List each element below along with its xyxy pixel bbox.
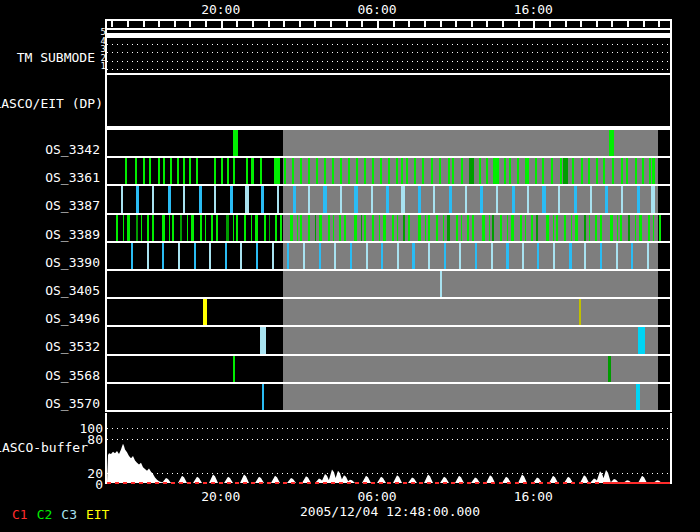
minor-tick bbox=[455, 21, 457, 27]
obs-marker bbox=[189, 158, 191, 184]
minor-tick bbox=[236, 21, 238, 27]
obs-marker bbox=[536, 215, 538, 241]
obs-marker bbox=[572, 158, 574, 184]
obs-marker bbox=[236, 215, 238, 241]
obs-marker bbox=[465, 186, 467, 212]
obs-marker bbox=[123, 215, 124, 241]
obs-marker bbox=[418, 186, 421, 212]
obs-marker bbox=[517, 158, 519, 184]
obs-marker bbox=[194, 243, 196, 269]
obs-marker bbox=[211, 215, 213, 241]
obs-marker bbox=[251, 158, 254, 184]
obs-marker bbox=[196, 158, 198, 184]
obs-marker bbox=[610, 215, 613, 241]
obs-marker bbox=[603, 158, 605, 184]
obs-marker bbox=[135, 158, 137, 184]
obs-marker bbox=[408, 215, 410, 241]
obs-marker bbox=[512, 186, 515, 212]
obs-marker bbox=[564, 215, 566, 241]
obs-marker bbox=[590, 186, 592, 212]
os-row-OS_3361 bbox=[107, 158, 670, 186]
obs-marker bbox=[504, 158, 506, 184]
obs-marker bbox=[609, 130, 614, 156]
obs-marker bbox=[303, 243, 305, 269]
obs-marker bbox=[525, 158, 529, 184]
row-label: OS_3532 bbox=[45, 339, 100, 354]
obs-marker bbox=[316, 158, 318, 184]
obs-marker bbox=[637, 186, 640, 212]
buffer-gridline bbox=[107, 439, 670, 440]
obs-marker bbox=[233, 215, 234, 241]
obs-marker bbox=[364, 215, 366, 241]
obs-marker bbox=[178, 243, 180, 269]
obs-marker bbox=[276, 158, 280, 184]
legend-item-C2: C2 bbox=[37, 507, 53, 522]
obs-marker bbox=[136, 186, 139, 212]
bottom-time-label: 06:00 bbox=[357, 489, 396, 504]
obs-marker bbox=[209, 243, 211, 269]
obs-marker bbox=[616, 243, 618, 269]
row-label: OS_3361 bbox=[45, 170, 100, 185]
obs-marker bbox=[553, 243, 555, 269]
obs-marker bbox=[506, 243, 509, 269]
obs-marker bbox=[227, 158, 229, 184]
obs-marker bbox=[659, 215, 661, 241]
obs-marker bbox=[354, 186, 358, 212]
obs-marker bbox=[461, 158, 463, 184]
minor-tick bbox=[268, 21, 270, 27]
obs-marker bbox=[574, 186, 577, 212]
obs-marker bbox=[537, 243, 539, 269]
obs-marker bbox=[308, 215, 310, 241]
obs-marker bbox=[147, 215, 149, 241]
top-time-label: 06:00 bbox=[357, 2, 396, 17]
minor-tick bbox=[393, 21, 395, 27]
obs-marker bbox=[403, 215, 405, 241]
obs-marker bbox=[297, 215, 298, 241]
obs-marker bbox=[354, 215, 357, 241]
obs-marker bbox=[486, 158, 488, 184]
obs-marker bbox=[584, 243, 586, 269]
obs-marker bbox=[433, 186, 435, 212]
os-row-OS_3390 bbox=[107, 243, 670, 271]
buffer-baseline-dashed bbox=[107, 482, 607, 484]
minor-tick bbox=[174, 21, 176, 27]
obs-marker bbox=[397, 243, 399, 269]
obs-marker bbox=[553, 215, 554, 241]
obs-marker bbox=[216, 215, 218, 241]
minor-tick bbox=[596, 21, 598, 27]
lasco-eit-dp-panel bbox=[105, 73, 672, 128]
minor-tick bbox=[611, 21, 613, 27]
obs-marker bbox=[428, 243, 430, 269]
obs-marker bbox=[447, 215, 450, 241]
obs-marker bbox=[440, 271, 442, 297]
minor-tick bbox=[502, 21, 504, 27]
os-row-OS_3405 bbox=[107, 271, 670, 299]
minor-tick bbox=[440, 21, 442, 27]
obs-marker bbox=[284, 158, 286, 184]
obs-marker bbox=[199, 186, 202, 212]
obs-marker bbox=[260, 158, 262, 184]
tm-gridline bbox=[107, 44, 670, 45]
tm-level-digit: 1 bbox=[101, 62, 106, 71]
obs-marker bbox=[412, 243, 415, 269]
obs-marker bbox=[546, 215, 549, 241]
obs-marker bbox=[479, 158, 481, 184]
minor-tick bbox=[565, 21, 567, 27]
minor-tick bbox=[127, 21, 129, 27]
obs-marker bbox=[443, 215, 444, 241]
obs-marker bbox=[428, 215, 430, 241]
obs-marker bbox=[116, 215, 118, 241]
obs-marker bbox=[652, 158, 655, 184]
obs-marker bbox=[563, 158, 568, 184]
obs-marker bbox=[261, 186, 264, 212]
buffer-ytick: 0 bbox=[95, 477, 103, 492]
os-row-OS_3532 bbox=[107, 327, 670, 355]
obs-marker bbox=[396, 158, 398, 184]
obs-marker bbox=[163, 158, 165, 184]
obs-marker bbox=[214, 186, 216, 212]
obs-marker bbox=[131, 243, 133, 269]
tm-submode-label: TM SUBMODE bbox=[17, 50, 95, 65]
obs-marker bbox=[635, 215, 636, 241]
obs-marker bbox=[600, 243, 602, 269]
obs-marker bbox=[381, 243, 383, 269]
